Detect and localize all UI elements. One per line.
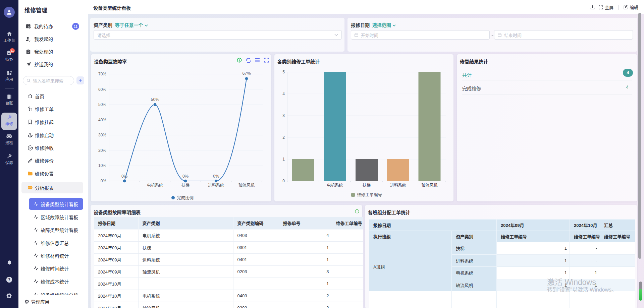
svg-text:扶梯: 扶梯	[363, 183, 371, 188]
svg-text:5: 5	[282, 70, 285, 74]
svg-text:完成比例: 完成比例	[177, 195, 194, 200]
svg-text:维修工单编号: 维修工单编号	[357, 192, 382, 197]
svg-text:1: 1	[282, 157, 285, 162]
svg-text:20%: 20%	[98, 148, 106, 153]
svg-text:3: 3	[282, 113, 285, 118]
svg-text:0%: 0%	[213, 174, 219, 179]
svg-text:67%: 67%	[242, 71, 251, 76]
svg-text:0%: 0%	[182, 174, 189, 179]
svg-text:2: 2	[282, 135, 285, 140]
svg-text:60%: 60%	[98, 87, 106, 92]
svg-text:轴流风机: 轴流风机	[238, 183, 255, 188]
svg-text:进料系统: 进料系统	[390, 183, 406, 188]
svg-text:0: 0	[282, 179, 285, 183]
svg-text:50%: 50%	[151, 97, 159, 102]
svg-text:4: 4	[282, 91, 285, 96]
svg-text:0%: 0%	[101, 179, 107, 183]
svg-text:?: ?	[8, 278, 10, 282]
svg-text:0%: 0%	[121, 174, 127, 179]
svg-text:10%: 10%	[98, 163, 106, 168]
svg-text:30%: 30%	[98, 133, 106, 137]
svg-text:电机系统: 电机系统	[327, 183, 343, 188]
svg-text:电机系统: 电机系统	[147, 183, 163, 188]
svg-text:扶梯: 扶梯	[181, 183, 190, 188]
svg-text:40%: 40%	[98, 118, 106, 122]
svg-text:70%: 70%	[98, 72, 106, 76]
svg-text:进料系统: 进料系统	[208, 183, 224, 188]
svg-text:50%: 50%	[98, 102, 106, 107]
svg-text:轴流风机: 轴流风机	[421, 183, 437, 188]
